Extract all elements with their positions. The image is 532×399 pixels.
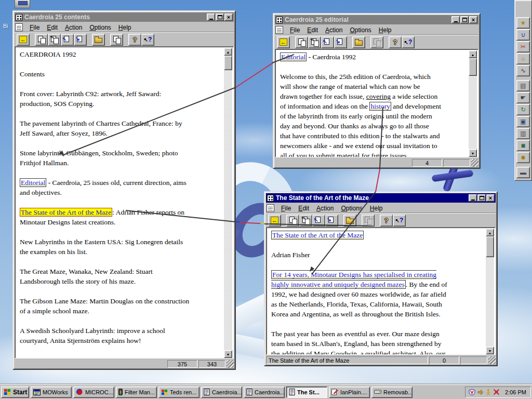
close-button[interactable]: × xyxy=(486,194,495,202)
menu-help[interactable]: Help xyxy=(366,204,387,213)
menu-file[interactable]: File xyxy=(286,25,303,35)
close-button[interactable]: × xyxy=(224,14,233,21)
launcher-bug-icon[interactable]: ★ xyxy=(516,17,530,29)
launcher-drive-refresh-icon[interactable]: ↻ xyxy=(516,104,530,115)
vertical-scrollbar[interactable]: ▲▼ xyxy=(224,48,232,358)
menu-file[interactable]: File xyxy=(277,204,295,213)
launcher-hand-icon[interactable]: ☛ xyxy=(516,92,530,103)
back-button[interactable]: ← xyxy=(277,36,290,48)
minimize-button[interactable] xyxy=(207,14,215,21)
maximize-button[interactable] xyxy=(216,14,224,21)
desktop-icon-partial[interactable] xyxy=(15,0,30,8)
menu-help[interactable]: Help xyxy=(115,23,135,32)
launcher-floppy-icon[interactable]: ▬ xyxy=(516,167,530,178)
copy-button[interactable] xyxy=(110,34,123,46)
close-button[interactable]: × xyxy=(469,16,477,23)
hyperlink[interactable]: The State of the Art of the Maze xyxy=(20,208,112,217)
vertical-scrollbar[interactable]: ▲▼ xyxy=(486,229,494,354)
taskbar-button-tedsren[interactable]: Teds ren... xyxy=(158,387,200,398)
drive-refresh-icon: ↻ xyxy=(521,107,526,113)
menu-action[interactable]: Action xyxy=(313,204,337,213)
menu-action[interactable]: Action xyxy=(322,25,346,35)
menu-action[interactable]: Action xyxy=(61,23,86,32)
taskbar-button-moworks[interactable]: MOWorks xyxy=(31,387,72,398)
scroll-down-icon[interactable]: ▼ xyxy=(469,149,477,157)
link-target-button[interactable]: ↘ xyxy=(334,36,347,48)
paste-button[interactable]: % xyxy=(308,36,321,48)
menu-file[interactable]: File xyxy=(26,23,43,32)
hyperlink[interactable]: The State of the Art of the Maze xyxy=(271,231,364,240)
titlebar[interactable]: Caerdroia 25 contents× xyxy=(15,12,234,22)
paste-button[interactable]: % xyxy=(48,34,61,46)
document-menu-icon[interactable] xyxy=(267,204,274,212)
menu-options[interactable]: Options xyxy=(86,23,114,32)
scroll-down-icon[interactable]: ▼ xyxy=(486,347,494,354)
resize-grip[interactable] xyxy=(471,159,478,167)
volume-icon[interactable] xyxy=(477,389,484,395)
blocked-icon[interactable] xyxy=(493,389,500,395)
document-menu-icon[interactable] xyxy=(275,26,283,34)
taskbar-button-ianplain[interactable]: IanPlain.... xyxy=(329,387,370,398)
system-tray: 2:06 PM xyxy=(465,387,531,398)
launcher-u-shape-icon[interactable]: ∪ xyxy=(516,29,530,41)
scroll-up-icon[interactable]: ▲ xyxy=(469,50,477,58)
help-button[interactable]: ? xyxy=(389,36,402,48)
menu-help[interactable]: Help xyxy=(375,25,395,35)
new-window-button[interactable]: ↓ xyxy=(295,36,308,48)
launcher-smiley-icon[interactable]: ☻ xyxy=(516,152,530,163)
help-button[interactable]: ? xyxy=(128,34,141,46)
taskbar-button-removab[interactable]: Removab... xyxy=(371,387,413,398)
open-button[interactable] xyxy=(92,34,105,46)
open-button[interactable] xyxy=(352,36,365,48)
maximize-button[interactable] xyxy=(477,194,486,202)
menu-edit[interactable]: Edit xyxy=(303,25,322,35)
resize-grip[interactable] xyxy=(227,360,234,368)
person-icon[interactable] xyxy=(486,389,491,395)
maximize-button[interactable] xyxy=(460,16,469,23)
document-menu-icon[interactable] xyxy=(15,23,23,31)
scroll-up-icon[interactable]: ▲ xyxy=(224,48,232,56)
back-button[interactable]: ← xyxy=(17,34,30,46)
taskbar-button-filterman[interactable]: Filter Man... xyxy=(116,387,157,398)
context-help-button[interactable]: ↖? xyxy=(402,36,415,48)
start-button[interactable]: Start xyxy=(1,387,29,398)
vertical-scrollbar[interactable]: ▲▼ xyxy=(469,50,477,157)
menu-edit[interactable]: Edit xyxy=(43,23,61,32)
taskbar-button-microc[interactable]: MICROC... xyxy=(73,387,114,398)
new-window-button[interactable]: ↓ xyxy=(35,34,48,46)
launcher-lightbulb-icon[interactable]: ☼ xyxy=(516,53,530,64)
minimize-button[interactable] xyxy=(451,16,460,23)
launcher-printer-icon[interactable]: ▥ xyxy=(516,128,530,139)
help-button[interactable]: ? xyxy=(380,215,393,227)
copy-button[interactable] xyxy=(370,36,383,48)
scrollbar-thumb[interactable] xyxy=(224,56,232,70)
taskbar-button-caerdroia[interactable]: Caerdroia... xyxy=(201,387,242,398)
taskbar-button-caerdroia[interactable]: Caerdroia... xyxy=(244,387,285,398)
hyperlink[interactable]: history xyxy=(369,102,391,111)
hyperlink[interactable]: Editorial xyxy=(20,178,46,187)
launcher-monitor-icon[interactable]: ▣ xyxy=(516,116,530,127)
menu-options[interactable]: Options xyxy=(346,25,375,35)
taskbar-button-thest[interactable]: The St... xyxy=(286,387,327,398)
titlebar[interactable]: The State of the Art of the Maze× xyxy=(266,193,496,203)
launcher-stapler-icon[interactable]: ✂ xyxy=(516,41,530,52)
link-source-button[interactable]: ↖ xyxy=(321,36,334,48)
launcher-computer-n-icon[interactable]: ◙ xyxy=(516,140,530,151)
menu-edit[interactable]: Edit xyxy=(295,204,313,213)
titlebar[interactable]: Caerdroia 25 editorial× xyxy=(275,15,478,24)
launcher-plug-icon[interactable]: ∿ xyxy=(516,65,530,76)
link-source-button[interactable]: ↖ xyxy=(61,34,74,46)
link-target-button[interactable]: ↘ xyxy=(74,34,87,46)
resize-grip[interactable] xyxy=(488,356,496,364)
context-help-button[interactable]: ↖? xyxy=(141,34,154,46)
copy-button[interactable] xyxy=(362,215,375,227)
context-help-button[interactable]: ↖? xyxy=(393,215,406,227)
launcher-drive-yellow-icon[interactable]: ▤ xyxy=(516,80,530,91)
scrollbar-thumb[interactable] xyxy=(469,58,477,76)
scroll-down-icon[interactable]: ▼ xyxy=(224,350,232,358)
scrollbar-thumb[interactable] xyxy=(486,236,494,257)
scroll-up-icon[interactable]: ▲ xyxy=(486,229,494,236)
antivirus-shield-icon[interactable] xyxy=(469,389,475,395)
page-arrow-in-icon: ↘ xyxy=(328,217,336,224)
minimize-button[interactable] xyxy=(469,194,477,202)
